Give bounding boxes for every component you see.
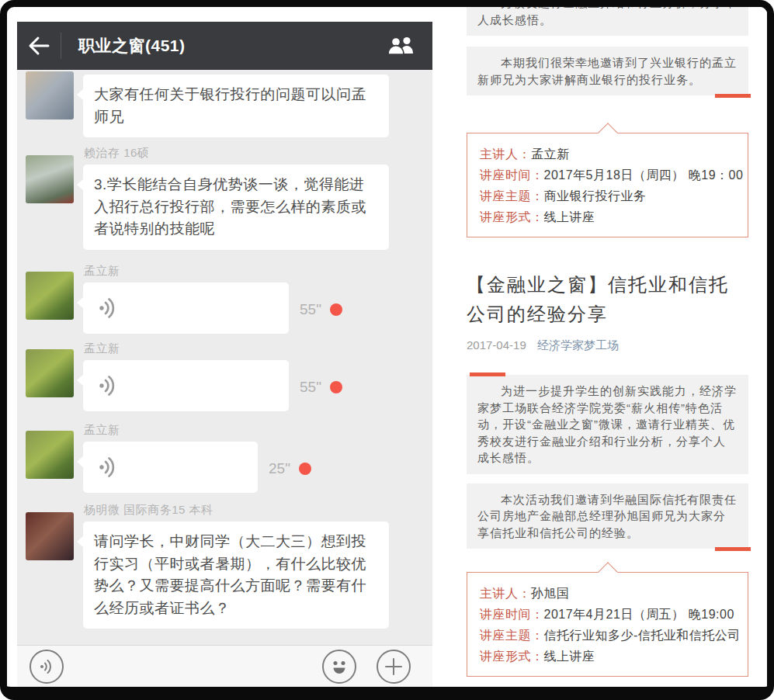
article-meta: 2017-04-19 经济学家梦工场: [467, 338, 748, 353]
voice-message-bubble[interactable]: [83, 442, 258, 493]
info-row: 讲座主题：信托行业知多少-信托业和信托公司: [480, 625, 735, 646]
article-pane: 秀校友进行金融业介绍和行业分析，分享个人成长感悟。 本期我们很荣幸地邀请到了兴业…: [449, 7, 767, 687]
emoji-button[interactable]: [322, 650, 356, 684]
voice-wave-icon: [97, 296, 120, 320]
article-paragraph-1: 为进一步提升学生的创新实践能力，经济学家梦工场联合经济学院党委“薪火相传”特色活…: [467, 375, 748, 474]
voice-duration: 55": [300, 379, 321, 396]
avatar[interactable]: [26, 272, 74, 320]
accent-dash: [715, 547, 751, 551]
avatar[interactable]: [26, 512, 74, 560]
lecture-info-box-2: 主讲人：孙旭国 讲座时间：2017年4月21日（周五） 晚19:00 讲座主题：…: [467, 572, 748, 677]
text-message-bubble[interactable]: 3.学长能结合自身优势谈一谈，觉得能进入招行总行投行部，需要怎么样的素质或者说特…: [83, 165, 389, 250]
info-row: 讲座时间：2017年5月18日（周四） 晚19：00: [480, 165, 735, 185]
info-row: 讲座时间：2017年4月21日（周五） 晚19:00: [480, 604, 735, 625]
chat-header: 职业之窗(451): [17, 22, 432, 70]
sender-name: 杨明微 国际商务15 本科: [84, 503, 213, 518]
info-row: 讲座形式：线上讲座: [480, 206, 735, 227]
voice-message-bubble[interactable]: [83, 282, 289, 334]
avatar[interactable]: [26, 155, 74, 203]
unread-dot: [299, 463, 311, 475]
voice-input-button[interactable]: [30, 650, 64, 684]
voice-wave-icon: [97, 456, 120, 479]
chat-input-bar: [17, 645, 432, 687]
sender-name: 孟立新: [84, 341, 120, 356]
chat-pane: 职业之窗(451) 大家有任何关于银行投行的问题可以问孟师兄: [17, 22, 432, 687]
callout-notch: [598, 123, 617, 142]
info-row: 主讲人：孟立新: [480, 144, 735, 165]
chat-title: 职业之窗(451): [78, 35, 186, 57]
smiley-icon: [328, 655, 351, 678]
sender-name: 孟立新: [84, 423, 120, 438]
text-message-bubble[interactable]: 请问学长，中财同学（大二大三）想到投行实习（平时或者暑期），有什么比较优势么？又…: [83, 522, 389, 629]
sender-name: 孟立新: [84, 264, 120, 279]
voice-input-icon: [38, 658, 55, 675]
accent-dash: [715, 94, 751, 98]
group-members-button[interactable]: [380, 22, 423, 70]
avatar[interactable]: [26, 349, 74, 397]
article-date: 2017-04-19: [467, 338, 526, 352]
header-divider: [61, 33, 61, 59]
more-actions-button[interactable]: [377, 650, 411, 684]
voice-message-bubble[interactable]: [83, 360, 289, 411]
contacts-icon: [387, 36, 416, 56]
callout-notch: [598, 562, 617, 581]
info-row: 主讲人：孙旭国: [480, 583, 735, 604]
info-row: 讲座形式：线上讲座: [480, 646, 735, 667]
article-title: 【金融业之窗】信托业和信托公司的经验分享: [467, 270, 748, 329]
lecture-info-box-1: 主讲人：孟立新 讲座时间：2017年5月18日（周四） 晚19：00 讲座主题：…: [467, 133, 748, 237]
device-frame: 职业之窗(451) 大家有任何关于银行投行的问题可以问孟师兄: [0, 0, 774, 700]
article-paragraph-2: 本次活动我们邀请到华融国际信托有限责任公司房地产金融部总经理孙旭国师兄为大家分享…: [467, 483, 748, 549]
sender-name: 赖治存 16硕: [84, 146, 149, 161]
plus-icon: [384, 657, 404, 677]
article-paragraph-intro: 本期我们很荣幸地邀请到了兴业银行的孟立新师兄为大家讲解商业银行的投行业务。: [467, 47, 748, 95]
avatar[interactable]: [26, 431, 74, 479]
voice-duration: 55": [300, 301, 321, 318]
back-arrow-icon: [27, 36, 50, 56]
back-button[interactable]: [17, 22, 61, 70]
article-account-link[interactable]: 经济学家梦工场: [537, 338, 619, 352]
accent-dash: [470, 373, 505, 376]
unread-dot: [330, 381, 342, 393]
text-message-bubble[interactable]: 大家有任何关于银行投行的问题可以问孟师兄: [83, 75, 389, 137]
voice-wave-icon: [97, 374, 120, 397]
voice-duration: 25": [269, 460, 290, 477]
info-row: 讲座主题：商业银行投行业务: [480, 185, 735, 206]
article-paragraph-clipped: 秀校友进行金融业介绍和行业分析，分享个人成长感悟。: [467, 7, 748, 36]
avatar[interactable]: [26, 71, 74, 120]
unread-dot: [330, 303, 342, 316]
message-list: 大家有任何关于银行投行的问题可以问孟师兄 赖治存 16硕 3.学长能结合自身优势…: [17, 70, 432, 645]
